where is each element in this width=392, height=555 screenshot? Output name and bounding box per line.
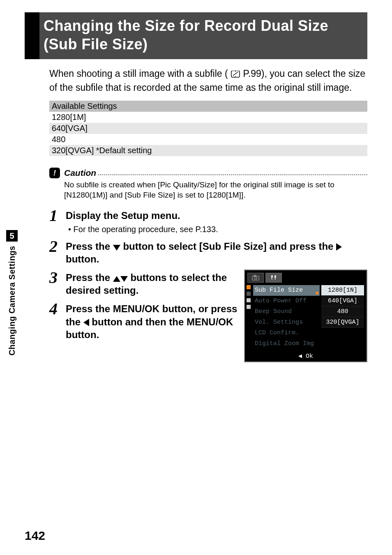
step-title: Display the Setup menu. xyxy=(66,209,367,222)
step-text: button to select [Sub File Size] and pre… xyxy=(120,241,336,252)
step-text: Press the xyxy=(66,272,113,283)
svg-point-1 xyxy=(254,277,257,279)
table-row: 320[QVGA] *Default setting xyxy=(49,145,367,156)
tools-tab-icon xyxy=(265,273,282,283)
menu-item: LCD Confirm. xyxy=(253,328,320,339)
step-text: button and then the MENU/OK button. xyxy=(66,316,233,340)
step-title: Press the buttons to select the desired … xyxy=(66,271,238,297)
step-title: Press the button to select [Sub File Siz… xyxy=(66,240,367,265)
option-item: 480 xyxy=(321,306,364,317)
camera-screenshot: Sub File Size ◆ Auto Power Off Beep Soun… xyxy=(244,269,367,362)
heading-title: Changing the Size for Record Dual Size (… xyxy=(39,12,367,59)
indicator-dot xyxy=(247,285,251,289)
caution-label: Caution xyxy=(64,168,96,178)
step-title: Press the MENU/OK button, or press the b… xyxy=(66,302,238,341)
step-2: 2 Press the button to select [Sub File S… xyxy=(49,238,367,265)
caution-block: ! Caution No subfile is created when [Pi… xyxy=(49,168,367,200)
step-subtext: For the operating procedure, see P.133. xyxy=(73,225,367,234)
footer-label: Ok xyxy=(306,353,313,360)
menu-item-selected: Sub File Size ◆ xyxy=(253,285,320,296)
step-1: 1 Display the Setup menu. For the operat… xyxy=(49,207,367,234)
table-row: 1280[1M] xyxy=(49,112,367,123)
down-triangle-icon xyxy=(113,245,120,251)
screenshot-footer: ◀ Ok xyxy=(245,352,367,360)
step-text: Press the xyxy=(66,241,113,252)
screenshot-tabs xyxy=(247,273,282,283)
indicator-dot xyxy=(247,292,251,296)
table-row: 640[VGA] xyxy=(49,123,367,134)
down-triangle-icon xyxy=(120,276,128,282)
side-rail: 5 Changing Camera Settings xyxy=(5,230,19,356)
step-4: 4 Press the MENU/OK button, or press the… xyxy=(49,301,238,341)
heading-tab xyxy=(25,12,39,59)
side-label: Changing Camera Settings xyxy=(7,246,17,356)
menu-arrow-icon: ◆ xyxy=(316,288,319,296)
step-number: 1 xyxy=(49,207,66,234)
up-triangle-icon xyxy=(113,276,120,282)
option-item: 640[VGA] xyxy=(321,296,364,306)
right-triangle-icon xyxy=(336,243,342,251)
steps-list: 1 Display the Setup menu. For the operat… xyxy=(49,207,367,362)
step-number: 4 xyxy=(49,301,66,341)
indicator-dot xyxy=(247,298,251,302)
option-item-selected: 1280[1N] xyxy=(321,285,364,296)
caution-dashes xyxy=(98,171,367,175)
step-number: 2 xyxy=(49,238,66,265)
option-item: 320[QVGA] xyxy=(321,317,364,328)
menu-item: Digital Zoom Img xyxy=(253,339,320,349)
table-row: 480 xyxy=(49,134,367,145)
camera-tab-icon xyxy=(247,273,264,283)
footer-left-icon: ◀ xyxy=(298,353,302,360)
menu-item: Beep Sound xyxy=(253,306,320,317)
settings-table: Available Settings 1280[1M] 640[VGA] 480… xyxy=(49,101,367,156)
screenshot-options-list: 1280[1N] 640[VGA] 480 320[QVGA] xyxy=(321,285,364,328)
screenshot-menu-list: Sub File Size ◆ Auto Power Off Beep Soun… xyxy=(253,285,320,349)
caution-icon: ! xyxy=(49,168,60,178)
page-number: 142 xyxy=(25,529,45,543)
menu-item: Vol. Settings xyxy=(253,317,320,328)
left-triangle-icon xyxy=(83,319,89,326)
intro-pre: When shooting a still image with a subfi… xyxy=(49,68,228,79)
indicator-dot xyxy=(247,305,251,309)
step-3: 3 Press the buttons to select the desire… xyxy=(49,269,238,297)
menu-item: Auto Power Off xyxy=(253,296,320,306)
caution-text: No subfile is created when [Pic Quality/… xyxy=(64,180,367,200)
step-number: 3 xyxy=(49,269,66,297)
screenshot-indicator-dots xyxy=(247,285,251,309)
menu-item-label: Sub File Size xyxy=(255,287,303,294)
section-heading: Changing the Size for Record Dual Size (… xyxy=(25,12,367,59)
step-text: button. xyxy=(66,253,99,265)
intro-ref: P.99 xyxy=(243,68,261,79)
intro-paragraph: When shooting a still image with a subfi… xyxy=(49,67,367,94)
table-header: Available Settings xyxy=(49,101,367,112)
chapter-number: 5 xyxy=(6,230,18,242)
reference-icon xyxy=(231,69,240,81)
